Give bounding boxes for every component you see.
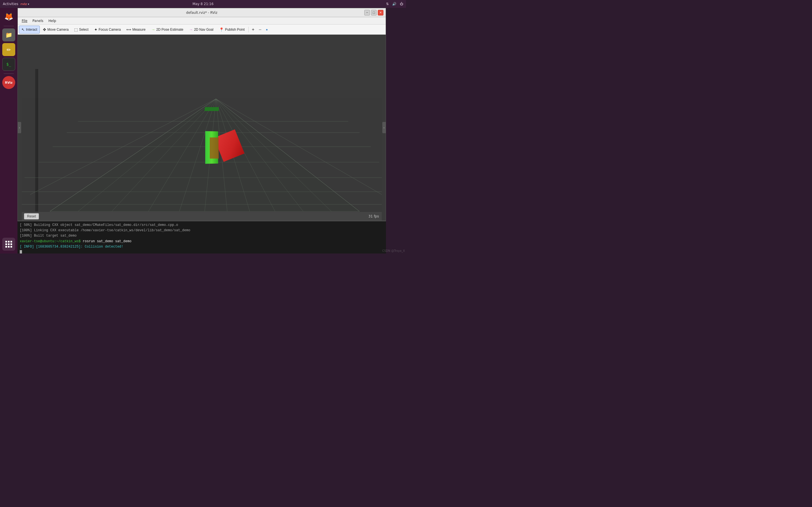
network-icon[interactable]: ⇅ — [386, 2, 389, 6]
app-indicator[interactable]: rviz ▾ — [20, 2, 29, 6]
toolbar-measure-button[interactable]: ⟺ Measure — [124, 25, 148, 34]
activities-button[interactable]: Activities — [3, 2, 18, 6]
dock-item-firefox[interactable]: 🦊 — [2, 10, 15, 23]
focus-camera-icon: ✦ — [94, 27, 98, 32]
viewport-status-bar: Reset 31 fps — [22, 212, 382, 221]
nav-goal-label: 2D Nav Goal — [194, 27, 213, 32]
toolbar: ↖ Interact ✥ Move Camera ⬚ Select ✦ Focu… — [18, 24, 386, 35]
pose-estimate-icon: → — [151, 27, 155, 32]
green-box-top — [204, 107, 219, 111]
move-camera-label: Move Camera — [47, 27, 68, 32]
system-bar: Activities rviz ▾ May 8 21:16 ⇅ 🔊 ⏻ — [0, 0, 406, 8]
3d-grid — [22, 88, 382, 212]
volume-icon[interactable]: 🔊 — [392, 2, 396, 6]
pose-estimate-label: 2D Pose Estimate — [156, 27, 183, 32]
close-button[interactable]: ✕ — [378, 10, 384, 15]
3d-viewport[interactable] — [22, 35, 382, 212]
select-icon: ⬚ — [74, 27, 78, 32]
menu-file[interactable]: File — [19, 18, 30, 23]
interact-icon: ↖ — [21, 27, 25, 32]
reset-button[interactable]: Reset — [24, 213, 39, 219]
toolbar-publish-point-button[interactable]: 📍 Publish Point — [216, 25, 247, 34]
system-bar-left: Activities rviz ▾ — [3, 2, 29, 6]
right-panel-toggle[interactable]: ‹ — [382, 122, 386, 133]
dock-separator — [4, 26, 14, 26]
terminal-line-3: [100%] Built target sat_demo — [20, 233, 384, 238]
terminal-line-2: [100%] Linking CXX executable /home/xavi… — [20, 228, 384, 233]
terminal-line-1: [ 50%] Building CXX object sat_demo/CMak… — [20, 223, 384, 228]
toolbar-extra-3[interactable]: ● — [264, 25, 270, 34]
move-camera-icon: ✥ — [43, 27, 46, 32]
watermark: CSDN @Troya_X — [382, 249, 405, 252]
window-title: default.rviz* - RViz — [186, 11, 217, 15]
dock-separator-2 — [4, 73, 14, 74]
minimize-button[interactable]: ─ — [364, 10, 370, 15]
dock-item-editor[interactable]: ✏️ — [2, 43, 15, 56]
system-tray: ⇅ 🔊 ⏻ — [386, 2, 403, 6]
interact-label: Interact — [26, 27, 37, 32]
terminal-cursor — [20, 250, 22, 253]
toolbar-select-button[interactable]: ⬚ Select — [71, 25, 91, 34]
focus-camera-label: Focus Camera — [99, 27, 121, 32]
measure-icon: ⟺ — [126, 27, 131, 32]
application-dock: 🦊 📁 ✏️ $_ RViz — [0, 8, 17, 253]
terminal-line-4: xavier-tse@ubuntu:~/catkin_ws$ rosrun sa… — [20, 239, 384, 244]
terminal-panel[interactable]: [ 50%] Building CXX object sat_demo/CMak… — [17, 221, 386, 253]
toolbar-nav-goal-button[interactable]: → 2D Nav Goal — [186, 25, 216, 34]
menu-help[interactable]: Help — [46, 18, 58, 23]
toolbar-pose-estimate-button[interactable]: → 2D Pose Estimate — [149, 25, 186, 34]
toolbar-focus-camera-button[interactable]: ✦ Focus Camera — [92, 25, 123, 34]
terminal-line-5: [ INFO] [1683605734.838242125]: Collisio… — [20, 244, 384, 249]
publish-point-icon: 📍 — [219, 27, 224, 32]
system-datetime: May 8 21:16 — [193, 2, 214, 6]
publish-point-label: Publish Point — [225, 27, 245, 32]
dock-item-rviz[interactable]: RViz — [2, 76, 15, 89]
toolbar-extra-1[interactable]: + — [250, 25, 256, 34]
toolbar-move-camera-button[interactable]: ✥ Move Camera — [40, 25, 71, 34]
dock-item-terminal[interactable]: $_ — [2, 58, 15, 71]
svg-marker-22 — [50, 99, 359, 212]
power-icon[interactable]: ⏻ — [400, 2, 403, 6]
left-panel-toggle[interactable]: › — [18, 122, 21, 133]
rviz-window: default.rviz* - RViz ─ □ ✕ File Panels H… — [17, 8, 386, 221]
window-titlebar: default.rviz* - RViz ─ □ ✕ — [18, 8, 386, 17]
show-applications-button[interactable] — [2, 238, 15, 251]
dropdown-icon[interactable]: ▾ — [28, 3, 29, 6]
toolbar-extra-2[interactable]: ─ — [257, 25, 263, 34]
viewport-area[interactable]: › ‹ — [18, 35, 386, 221]
window-controls: ─ □ ✕ — [364, 10, 384, 15]
app-name-label: rviz — [20, 2, 27, 6]
toolbar-separator — [248, 27, 249, 33]
nav-goal-icon: → — [189, 27, 193, 32]
dock-item-files[interactable]: 📁 — [2, 29, 15, 41]
menu-panels[interactable]: Panels — [30, 18, 46, 23]
toolbar-interact-button[interactable]: ↖ Interact — [19, 25, 40, 34]
measure-label: Measure — [132, 27, 146, 32]
select-label: Select — [79, 27, 88, 32]
menu-bar: File Panels Help — [18, 17, 386, 24]
maximize-button[interactable]: □ — [371, 10, 377, 15]
overlap-area — [210, 137, 219, 159]
apps-grid-icon — [5, 241, 12, 247]
terminal-cursor-line — [20, 249, 384, 253]
fps-counter: 31 fps — [368, 214, 379, 218]
